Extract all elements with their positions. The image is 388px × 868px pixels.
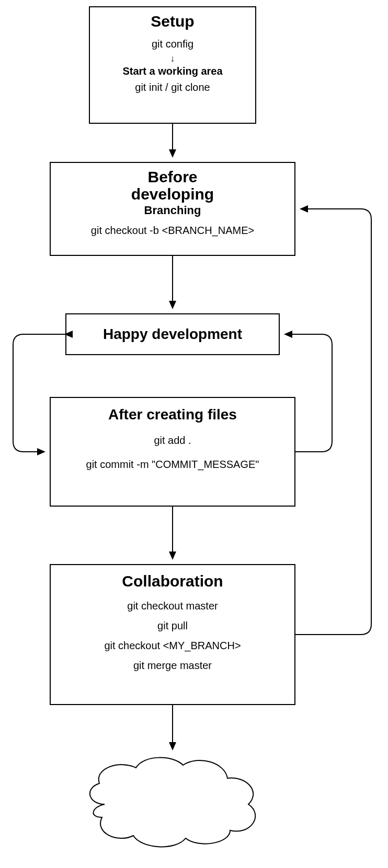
after-title: After creating files: [55, 406, 290, 423]
before-title-line2: developing: [55, 185, 290, 203]
after-cmd-add: git add .: [55, 432, 290, 448]
arrow-down-icon: ↓: [94, 54, 251, 63]
before-cmd-checkout: git checkout -b <BRANCH_NAME>: [55, 222, 290, 238]
after-cmd-commit: git commit -m "COMMIT_MESSAGE": [55, 456, 290, 472]
setup-title: Setup: [94, 13, 251, 31]
setup-cmd-init: git init / git clone: [94, 79, 251, 95]
before-subtitle: Branching: [55, 204, 290, 217]
node-before-developing: Before developing Branching git checkout…: [50, 162, 295, 256]
node-after-creating-files: After creating files git add . git commi…: [50, 397, 295, 507]
collab-title: Collaboration: [55, 572, 290, 591]
collab-cmd-merge: git merge master: [55, 658, 290, 673]
merge-conflicts-label: Merge Conflicts: [105, 799, 241, 811]
collab-cmd-pull: git pull: [55, 618, 290, 634]
node-collaboration: Collaboration git checkout master git pu…: [50, 564, 295, 705]
node-happy-development: Happy development: [65, 313, 280, 355]
setup-subtitle: Start a working area: [94, 65, 251, 77]
happy-title: Happy development: [103, 326, 242, 343]
setup-cmd-config: git config: [94, 36, 251, 52]
collab-cmd-checkout-master: git checkout master: [55, 598, 290, 614]
node-setup: Setup git config ↓ Start a working area …: [89, 6, 256, 124]
flowchart-canvas: Setup git config ↓ Start a working area …: [0, 0, 388, 868]
collab-cmd-checkout-branch: git checkout <MY_BRANCH>: [55, 638, 290, 653]
before-title-line1: Before: [55, 168, 290, 185]
